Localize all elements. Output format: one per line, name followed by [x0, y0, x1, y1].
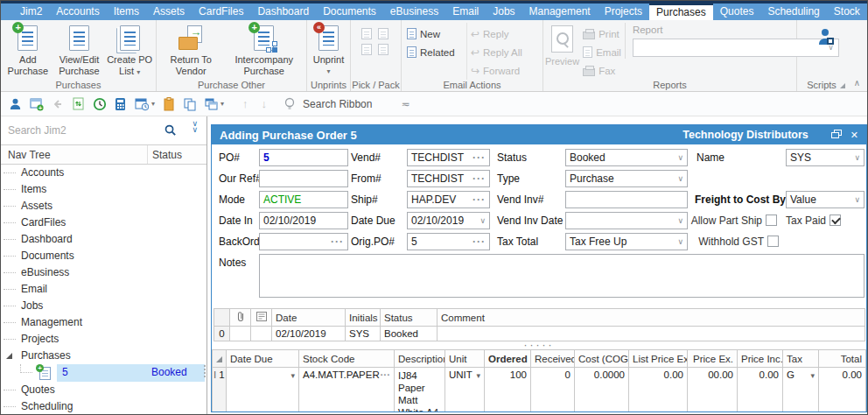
vend-inv-field[interactable] [565, 191, 688, 208]
return-to-vendor-button[interactable]: → Return To Vendor [159, 23, 222, 77]
withhold-gst-checkbox[interactable] [767, 236, 779, 247]
select-all-corner[interactable] [213, 350, 227, 368]
close-icon[interactable]: ✕ [850, 130, 858, 141]
add-cardfile-icon[interactable]: + [29, 96, 44, 111]
ellipsis-button[interactable]: ··· [331, 234, 344, 250]
nav-item-jobs[interactable]: Jobs [1, 298, 206, 314]
panel-splitter-handle[interactable] [204, 365, 206, 377]
float-window-icon[interactable] [831, 130, 842, 141]
date-due-dropdown[interactable]: 02/10/2019∨ [407, 212, 490, 229]
stock-total-header[interactable]: Total [819, 350, 866, 368]
chevron-down-icon[interactable]: ▾ [151, 100, 155, 108]
chevron-down-icon[interactable]: ▾ [220, 100, 224, 108]
mode-field[interactable]: ACTIVE [259, 191, 348, 208]
note-column-header[interactable] [251, 309, 272, 327]
fax-button[interactable]: Fax [579, 61, 625, 80]
clipboard-icon[interactable] [161, 96, 176, 111]
search-icon[interactable] [164, 123, 177, 140]
ellipsis-button[interactable]: ··· [472, 150, 486, 165]
history-status-header[interactable]: Status [381, 309, 438, 327]
tax-paid-checkbox[interactable] [830, 215, 841, 226]
copy-documents-icon[interactable] [182, 96, 197, 111]
customize-toolbar-icon[interactable]: ≂ [401, 98, 410, 110]
stock-list-price-header[interactable]: List Price Ex. [629, 350, 688, 368]
history-comment-cell[interactable] [438, 327, 865, 341]
stock-description-cell[interactable]: IJ84 Paper Matt White A4 (100 sheets) [395, 368, 445, 413]
tab-documents[interactable]: Documents [316, 4, 383, 20]
add-purchase-button[interactable]: + Add Purchase [3, 23, 53, 77]
history-initials-header[interactable]: Initials [346, 309, 381, 327]
tab-management[interactable]: Management [522, 4, 598, 20]
preview-button[interactable]: Preview [545, 23, 579, 67]
nav-item-cardfiles[interactable]: CardFiles [1, 215, 206, 231]
stock-price-ex-header[interactable]: Price Ex. [688, 350, 738, 368]
tab-accounts[interactable]: Accounts [49, 4, 106, 20]
nav-item-dashboard[interactable]: Dashboard [1, 231, 206, 248]
tab-email[interactable]: Email [445, 4, 486, 20]
stock-received-cell[interactable]: 0 [531, 368, 575, 413]
stock-total-cell[interactable]: 0.00 [819, 368, 866, 413]
stock-code-cell[interactable]: A4.MATT.PAPER··· [299, 368, 395, 413]
tab-scheduling[interactable]: Scheduling [760, 4, 826, 20]
stock-price-ex-cell[interactable]: 00.00 [688, 368, 738, 413]
view-edit-purchase-button[interactable]: View/Edit Purchase [53, 23, 106, 77]
history-status-cell[interactable]: Booked [381, 327, 438, 341]
nav-tree-column-header[interactable]: Nav Tree [1, 145, 148, 164]
orig-po-field[interactable]: 5··· [407, 233, 490, 250]
tab-projects[interactable]: Projects [598, 4, 649, 20]
move-down-icon[interactable]: ↓ [262, 97, 268, 110]
nav-item-management[interactable]: Management [1, 314, 206, 331]
search-ribbon-field[interactable]: Search Ribbon [303, 98, 372, 110]
stock-cost-cell[interactable]: 0.0000 [575, 368, 629, 413]
status-column-header[interactable]: Status [148, 145, 206, 164]
grid-splitter[interactable]: ····· [212, 342, 866, 348]
stock-tax-header[interactable]: Tax [783, 350, 819, 368]
dialog-launcher-icon[interactable] [840, 83, 845, 88]
history-date-header[interactable]: Date [272, 309, 346, 327]
history-initials-cell[interactable]: SYS [346, 327, 381, 341]
nav-item-documents[interactable]: Documents [1, 248, 206, 264]
tab-ebusiness[interactable]: eBusiness [383, 4, 445, 20]
stock-code-header[interactable]: Stock Code [299, 350, 395, 368]
nav-item-accounts[interactable]: Accounts [1, 165, 206, 181]
nav-item-assets[interactable]: Assets [1, 198, 206, 215]
history-comment-header[interactable]: Comment [438, 309, 865, 327]
tab-stock[interactable]: Stock [827, 4, 867, 20]
scheduler-icon[interactable] [134, 96, 149, 111]
allow-part-ship-checkbox[interactable] [766, 215, 777, 226]
pack-icon[interactable] [378, 28, 388, 39]
ellipsis-button[interactable]: ··· [472, 192, 486, 208]
print-button[interactable]: Print [579, 25, 625, 43]
tab-dashboard[interactable]: Dashboard [250, 4, 316, 20]
unprint-button[interactable]: « Unprint ▾ [309, 23, 348, 77]
stock-date-due-cell[interactable]: ▾ [227, 368, 299, 413]
stock-ordered-cell[interactable]: 100 [485, 368, 531, 413]
po-field[interactable]: 5 [259, 149, 348, 166]
cardfile-person-icon[interactable] [8, 96, 23, 111]
nav-item-projects[interactable]: Projects [1, 331, 206, 348]
nav-item-purchases[interactable]: Purchases [1, 348, 206, 364]
nav-item-items[interactable]: Items [1, 181, 206, 198]
nav-item-scheduling[interactable]: Scheduling [1, 398, 206, 415]
cascade-windows-icon[interactable] [203, 96, 218, 111]
pack-list-icon[interactable] [378, 44, 388, 55]
notes-field[interactable] [259, 254, 864, 298]
history-clock-icon[interactable] [92, 96, 107, 111]
stock-received-header[interactable]: Received [531, 350, 575, 368]
collapse-ribbon-icon[interactable]: ∧ [854, 78, 860, 88]
stock-price-inc-header[interactable]: Price Inc. [738, 350, 783, 368]
email-reply-all-button[interactable]: ↩Reply All [467, 43, 540, 61]
scripts-button[interactable] [808, 23, 844, 48]
tab-quotes[interactable]: Quotes [713, 4, 761, 20]
nav-item-ebusiness[interactable]: eBusiness [1, 264, 206, 281]
freight-dropdown[interactable]: Value∨ [786, 191, 864, 208]
stock-unit-cell[interactable]: UNIT▾ [445, 368, 485, 413]
move-up-icon[interactable]: ↑ [242, 97, 248, 110]
stock-unit-header[interactable]: Unit [445, 350, 485, 368]
tab-items[interactable]: Items [107, 4, 146, 20]
create-po-list-button[interactable]: Create PO List ▾ [105, 23, 154, 78]
pick-list-icon[interactable] [361, 44, 372, 55]
nav-item-quotes[interactable]: Quotes [1, 382, 206, 398]
stock-ordered-header[interactable]: Ordered [485, 350, 531, 368]
attachment-column-header[interactable] [230, 309, 251, 327]
